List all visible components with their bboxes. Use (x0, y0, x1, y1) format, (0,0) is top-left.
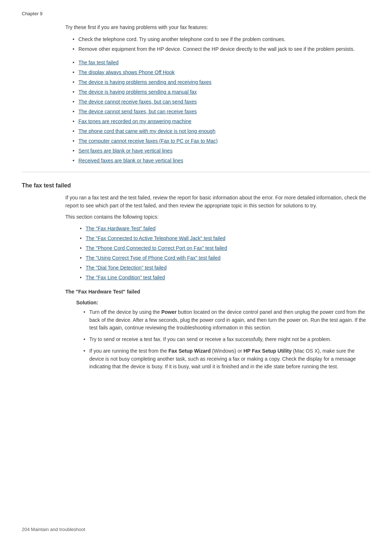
link-item-7[interactable]: The phone cord that came with my device … (73, 127, 370, 135)
fax-test-heading: The fax test failed (22, 182, 370, 189)
bold-power: Power (161, 309, 176, 315)
hardware-test-section: The "Fax Hardware Test" failed Solution:… (22, 289, 370, 371)
intro-bullet-2: Remove other equipment from the HP devic… (73, 45, 370, 53)
bold-hp-fax-setup: HP Fax Setup Utility (244, 348, 292, 354)
sub-link-5[interactable]: The "Fax Line Condition" test failed (80, 274, 370, 281)
solution-bullet-0: Turn off the device by using the Power b… (83, 308, 370, 332)
chapter-label: Chapter 9 (22, 11, 370, 16)
fax-test-body: If you ran a fax test and the test faile… (65, 194, 370, 221)
hardware-test-heading: The "Fax Hardware Test" failed (65, 289, 370, 295)
link-item-3[interactable]: The device is having problems sending a … (73, 88, 370, 96)
solution-bullet-2: If you are running the test from the Fax… (83, 347, 370, 371)
bold-fax-setup-wizard: Fax Setup Wizard (168, 348, 211, 354)
sub-link-0[interactable]: The "Fax Hardware Test" failed (80, 225, 370, 232)
sub-link-4[interactable]: The "Dial Tone Detection" test failed (80, 264, 370, 272)
link-item-9[interactable]: Sent faxes are blank or have vertical li… (73, 147, 370, 155)
link-item-8[interactable]: The computer cannot receive faxes (Fax t… (73, 137, 370, 145)
intro-bullet-list: Check the telephone cord. Try using anot… (73, 36, 370, 53)
footer: 204 Maintain and troubleshoot (22, 527, 85, 532)
link-item-2[interactable]: The device is having problems sending an… (73, 78, 370, 86)
link-item-10[interactable]: Received faxes are blank or have vertica… (73, 157, 370, 165)
sub-link-list: The "Fax Hardware Test" failed The "Fax … (80, 225, 370, 281)
sub-link-3[interactable]: The "Using Correct Type of Phone Cord wi… (80, 254, 370, 262)
link-item-0[interactable]: The fax test failed (73, 59, 370, 66)
link-item-6[interactable]: Fax tones are recorded on my answering m… (73, 118, 370, 125)
fax-test-para1: If you ran a fax test and the test faile… (65, 194, 370, 210)
link-list: The fax test failed The display always s… (73, 59, 370, 165)
intro-text: Try these first if you are having proble… (65, 24, 370, 31)
solution-bullet-1: Try to send or receive a test fax. If yo… (83, 336, 370, 344)
link-item-5[interactable]: The device cannot send faxes, but can re… (73, 108, 370, 116)
fax-test-para2: This section contains the following topi… (65, 213, 370, 221)
link-item-1[interactable]: The display always shows Phone Off Hook (73, 69, 370, 76)
sub-link-2[interactable]: The "Phone Cord Connected to Correct Por… (80, 244, 370, 252)
link-item-4[interactable]: The device cannot receive faxes, but can… (73, 98, 370, 106)
sub-link-1[interactable]: The "Fax Connected to Active Telephone W… (80, 235, 370, 242)
intro-bullet-1: Check the telephone cord. Try using anot… (73, 36, 370, 43)
solution-label: Solution: (76, 300, 370, 305)
solution-bullet-list: Turn off the device by using the Power b… (83, 308, 370, 371)
